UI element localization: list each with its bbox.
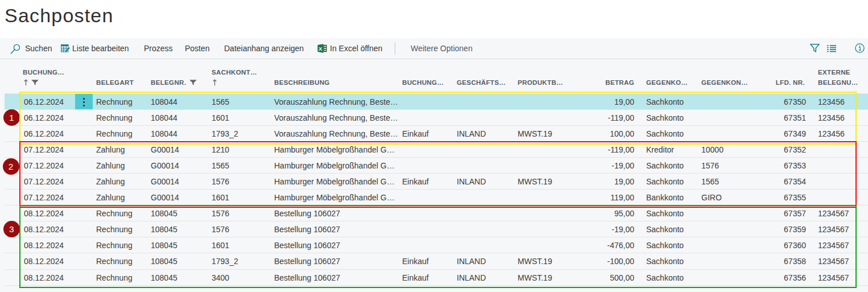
svg-text:X: X <box>319 46 323 52</box>
